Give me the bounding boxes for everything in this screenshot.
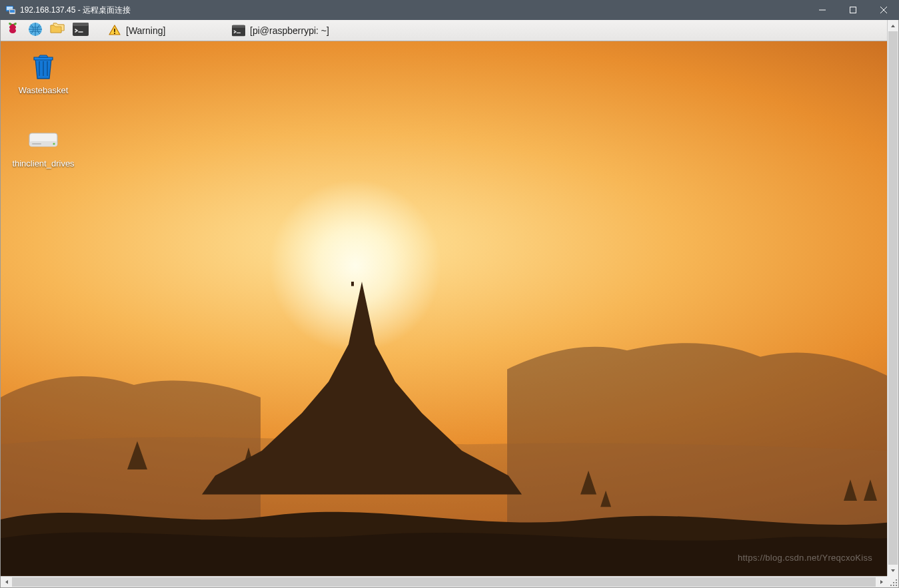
svg-rect-4 [850,7,856,13]
warning-icon [107,23,122,38]
window-titlebar: 192.168.137.45 - 远程桌面连接 [0,0,899,20]
svg-rect-16 [32,143,41,145]
svg-rect-9 [114,33,115,34]
globe-icon [27,21,43,39]
trash-icon [27,51,59,83]
scroll-track[interactable] [12,577,876,587]
terminal-icon [231,23,246,38]
desktop-icon-label: thinclient_drives [10,158,77,169]
scroll-thumb[interactable] [12,577,876,587]
scroll-thumb[interactable] [888,31,898,565]
desktop-icon-wastebasket[interactable]: Wastebasket [10,51,77,96]
minimize-button[interactable] [807,0,838,20]
panel: [Warning] [pi@raspberrypi: ~] [1,20,887,41]
maximize-button[interactable] [838,0,868,20]
menu-button[interactable] [3,21,22,40]
svg-rect-12 [351,282,354,286]
horizontal-scrollbar[interactable] [1,576,887,587]
task-terminal[interactable]: [pi@raspberrypi: ~] [229,22,349,39]
resize-grip[interactable] [887,576,898,587]
wallpaper-foreground [1,282,887,576]
window-controls [807,0,899,20]
svg-rect-7 [73,23,89,26]
remote-session: [Warning] [pi@raspberrypi: ~] [0,20,899,588]
scroll-up-button[interactable] [888,20,898,31]
drive-icon [27,124,59,156]
raspberry-icon [5,21,21,39]
svg-point-15 [53,143,55,145]
terminal-launcher[interactable] [71,21,90,40]
web-browser-launcher[interactable] [26,21,45,40]
svg-rect-11 [232,25,245,27]
desktop-icon-thinclient-drives[interactable]: thinclient_drives [10,124,77,169]
file-manager-launcher[interactable] [49,21,67,40]
svg-rect-3 [10,10,15,13]
window-title: 192.168.137.45 - 远程桌面连接 [20,5,131,16]
folders-icon [49,22,67,39]
task-label: [pi@raspberrypi: ~] [250,25,329,36]
scroll-down-button[interactable] [888,565,898,576]
svg-rect-8 [114,29,115,32]
scroll-track[interactable] [888,31,898,565]
close-button[interactable] [868,0,899,20]
terminal-icon [73,23,89,38]
scroll-right-button[interactable] [876,577,887,587]
desktop-icon-label: Wastebasket [10,85,77,96]
task-warning[interactable]: [Warning] [105,22,225,39]
task-label: [Warning] [126,25,165,36]
desktop[interactable]: Wastebasket thinclient_drives https://bl… [1,41,887,576]
vertical-scrollbar[interactable] [887,20,898,576]
scroll-left-button[interactable] [1,577,12,587]
rdc-icon [5,5,16,15]
